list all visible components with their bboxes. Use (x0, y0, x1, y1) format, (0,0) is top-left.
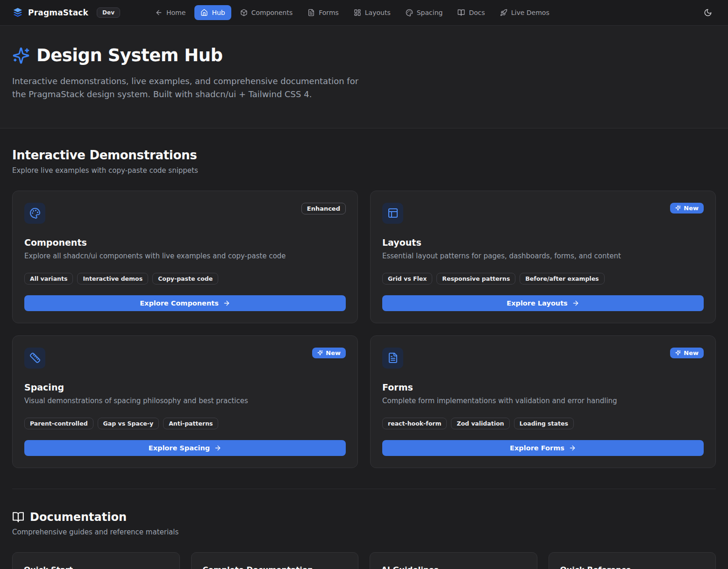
nav-items: Home Hub Components Forms (149, 5, 556, 20)
doc-card-quick-reference[interactable]: Quick Reference Cheat sheet for lookups (549, 552, 716, 569)
hero-description: Interactive demonstrations, live example… (12, 75, 360, 101)
arrow-right-icon (572, 299, 579, 307)
explore-components-button[interactable]: Explore Components (24, 295, 346, 311)
new-badge: New (670, 348, 704, 358)
docs-subheading: Comprehensive guides and reference mater… (12, 528, 716, 536)
nav-item-label: Live Demos (511, 9, 550, 16)
demo-card-spacing: New Spacing Visual demonstrations of spa… (12, 335, 358, 468)
arrow-right-icon (569, 444, 576, 452)
nav-item-label: Forms (319, 9, 339, 16)
nav-item-hub[interactable]: Hub (194, 5, 231, 20)
button-label: Explore Layouts (507, 299, 567, 307)
nav-item-docs[interactable]: Docs (451, 5, 491, 20)
badge-label: New (326, 349, 341, 356)
arrow-left-icon (155, 9, 163, 16)
nav-item-label: Docs (469, 9, 485, 16)
sparkles-icon (675, 205, 681, 211)
package-icon (240, 9, 248, 16)
nav-item-label: Layouts (365, 9, 391, 16)
page: PragmaStack Dev Home Hub Components (0, 0, 728, 569)
doc-card-title: Quick Reference (560, 565, 705, 569)
tag: Before/after examples (520, 273, 604, 284)
demo-card-components: Enhanced Components Explore all shadcn/u… (12, 191, 358, 323)
explore-forms-button[interactable]: Explore Forms (382, 440, 704, 456)
ruler-icon (24, 348, 45, 369)
doc-card-grid: Quick Start 5-minute crash course Comple… (12, 552, 716, 569)
tag-row: Parent-controlled Gap vs Space-y Anti-pa… (24, 418, 346, 429)
brand[interactable]: PragmaStack Dev (12, 7, 120, 18)
card-title: Layouts (382, 237, 704, 248)
new-badge: New (312, 348, 346, 358)
book-open-icon (12, 511, 24, 523)
nav-item-live-demos[interactable]: Live Demos (494, 5, 556, 20)
demo-card-grid: Enhanced Components Explore all shadcn/u… (12, 191, 716, 468)
badge-label: New (684, 205, 699, 212)
button-label: Explore Spacing (149, 444, 210, 452)
status-badge: Enhanced (301, 203, 346, 214)
docs-heading: Documentation (30, 511, 127, 524)
tag: Parent-controlled (24, 418, 93, 429)
nav-item-label: Home (166, 9, 186, 16)
card-description: Complete form implementations with valid… (382, 397, 704, 405)
card-title: Components (24, 237, 346, 248)
demo-card-layouts: New Layouts Essential layout patterns fo… (370, 191, 716, 323)
file-text-icon (307, 9, 315, 16)
tag-row: react-hook-form Zod validation Loading s… (382, 418, 704, 429)
sparkles-icon (317, 350, 323, 356)
layout-dashboard-icon (354, 9, 361, 16)
book-open-icon (457, 9, 465, 16)
card-description: Visual demonstrations of spacing philoso… (24, 397, 346, 405)
tag: All variants (24, 273, 73, 284)
card-description: Essential layout patterns for pages, das… (382, 252, 704, 260)
nav-item-components[interactable]: Components (234, 5, 299, 20)
nav-item-label: Hub (212, 9, 225, 16)
moon-icon (704, 8, 712, 17)
documentation-section: Documentation Comprehensive guides and r… (12, 489, 716, 569)
demos-subheading: Explore live examples with copy-paste co… (12, 166, 716, 175)
doc-card-title: AI Guidelines (381, 565, 526, 569)
tag: Copy-paste code (152, 273, 218, 284)
sparkles-icon (12, 47, 30, 64)
new-badge: New (670, 203, 704, 213)
dev-badge: Dev (97, 7, 120, 18)
doc-card-ai-guidelines[interactable]: AI Guidelines Rules for AI code generati… (370, 552, 537, 569)
tag: Loading states (514, 418, 574, 429)
tag: Anti-patterns (163, 418, 218, 429)
tag: Gap vs Space-y (98, 418, 159, 429)
interactive-demos-section: Interactive Demonstrations Explore live … (12, 128, 716, 468)
doc-card-quick-start[interactable]: Quick Start 5-minute crash course (12, 552, 180, 569)
nav-item-label: Components (251, 9, 293, 16)
nav-item-label: Spacing (417, 9, 443, 16)
tag: Zod validation (451, 418, 509, 429)
button-label: Explore Components (140, 299, 219, 307)
palette-icon (24, 203, 45, 224)
badge-label: New (684, 349, 699, 356)
brand-name: PragmaStack (28, 8, 88, 17)
nav-item-forms[interactable]: Forms (301, 5, 345, 20)
nav-item-layouts[interactable]: Layouts (348, 5, 397, 20)
doc-card-title: Quick Start (24, 565, 168, 569)
theme-toggle-button[interactable] (700, 5, 716, 21)
top-nav: PragmaStack Dev Home Hub Components (0, 0, 728, 26)
nav-item-home[interactable]: Home (149, 5, 192, 20)
explore-spacing-button[interactable]: Explore Spacing (24, 440, 346, 456)
card-description: Explore all shadcn/ui components with li… (24, 252, 346, 260)
main-content: Interactive Demonstrations Explore live … (0, 128, 728, 569)
tag: Grid vs Flex (382, 273, 432, 284)
demos-heading: Interactive Demonstrations (12, 148, 716, 162)
doc-card-complete-documentation[interactable]: Complete Documentation Full design syste… (191, 552, 359, 569)
file-text-icon (382, 348, 403, 369)
button-label: Explore Forms (510, 444, 564, 452)
hero-section: Design System Hub Interactive demonstrat… (0, 26, 728, 128)
rocket-icon (500, 9, 507, 16)
tag: Responsive patterns (436, 273, 515, 284)
arrow-right-icon (223, 299, 230, 307)
palette-icon (406, 9, 413, 16)
explore-layouts-button[interactable]: Explore Layouts (382, 295, 704, 311)
page-title: Design System Hub (36, 45, 223, 65)
nav-item-spacing[interactable]: Spacing (400, 5, 449, 20)
layout-panel-icon (382, 203, 403, 224)
sparkles-icon (675, 350, 681, 356)
demo-card-forms: New Forms Complete form implementations … (370, 335, 716, 468)
arrow-right-icon (214, 444, 221, 452)
